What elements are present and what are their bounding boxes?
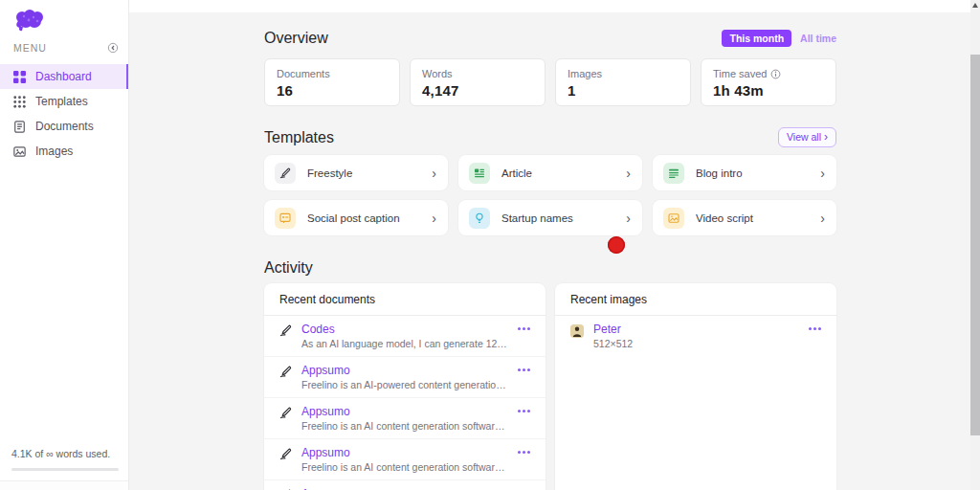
more-options-button[interactable]	[516, 364, 532, 376]
stat-value: 16	[277, 82, 388, 99]
chevron-right-icon	[820, 165, 825, 182]
recent-images-panel: Recent images Peter 512×512	[555, 283, 836, 490]
menu-toggle-icon[interactable]	[107, 42, 119, 54]
sidebar-item-documents[interactable]: Documents	[0, 114, 128, 139]
templates-dots-icon	[13, 96, 26, 108]
info-icon[interactable]	[770, 69, 781, 79]
document-description: Freelino is an AI-powered content genera…	[301, 379, 510, 391]
sidebar-item-label: Templates	[35, 95, 88, 108]
lightbulb-icon	[469, 208, 490, 229]
recent-images-title: Recent images	[555, 283, 836, 316]
template-card-label: Freestyle	[307, 167, 432, 179]
view-all-label: View all	[787, 131, 821, 143]
filter-all-time-button[interactable]: All time	[800, 33, 836, 44]
document-title-link: Appsumo	[301, 405, 510, 418]
template-card-label: Social post caption	[307, 212, 432, 224]
scrollbar-up-arrow[interactable]	[972, 3, 978, 8]
scrollbar-thumb[interactable]	[970, 55, 980, 435]
more-options-button[interactable]	[807, 323, 823, 335]
template-card-social-post-caption[interactable]: Social post caption	[264, 200, 448, 235]
recent-documents-title: Recent documents	[264, 283, 546, 316]
blog-lines-icon	[663, 163, 684, 184]
sidebar-item-label: Images	[35, 145, 73, 158]
image-thumbnail	[570, 324, 584, 338]
more-options-button[interactable]	[516, 405, 532, 417]
image-row[interactable]: Peter 512×512	[555, 316, 836, 356]
stat-label: Images	[568, 68, 679, 79]
dashboard-grid-icon	[13, 71, 26, 83]
chevron-right-icon	[432, 210, 436, 227]
activity-header: Activity	[264, 259, 836, 277]
document-title-link: Codes	[301, 323, 510, 336]
pen-icon	[279, 366, 292, 378]
sidebar-nav: Dashboard Templates Documents Images	[0, 64, 128, 164]
more-options-button[interactable]	[516, 323, 532, 335]
document-description: Freelino is an AI content generation sof…	[301, 420, 510, 433]
images-icon	[13, 145, 26, 158]
sidebar-item-dashboard[interactable]: Dashboard	[0, 64, 128, 89]
view-all-button[interactable]: View all	[778, 127, 836, 147]
documents-icon	[13, 121, 26, 133]
sidebar-item-label: Dashboard	[35, 70, 92, 83]
brain-logo-icon	[12, 9, 47, 34]
document-description: Freelino is an AI content generation sof…	[301, 461, 510, 474]
document-row[interactable]: Appsumo Freelino is an AI content genera…	[264, 398, 546, 439]
stat-card-time-saved: Time saved 1h 43m	[701, 58, 836, 106]
menu-label: MENU	[13, 42, 47, 54]
image-size: 512×512	[593, 338, 801, 350]
document-title-link: Appsumo	[301, 446, 510, 459]
template-grid: Freestyle Article Blog intro	[264, 155, 836, 235]
words-usage-text: 4.1K of ∞ words used.	[11, 448, 110, 459]
activity-title: Activity	[264, 259, 313, 277]
words-usage-progressbar	[11, 468, 119, 471]
stat-card-words: Words 4,147	[410, 58, 546, 106]
stat-label: Time saved	[713, 68, 767, 79]
stat-card-images: Images 1	[555, 58, 691, 106]
stat-value: 1h 43m	[713, 82, 824, 99]
template-card-label: Startup names	[501, 212, 626, 224]
sidebar-item-images[interactable]: Images	[0, 139, 128, 164]
template-card-startup-names[interactable]: Startup names	[458, 200, 642, 235]
pen-icon	[279, 448, 292, 460]
app-window: MENU Dashboard Templates	[0, 0, 980, 490]
click-indicator-dot	[608, 236, 625, 254]
templates-title: Templates	[264, 129, 334, 146]
document-row[interactable]: Appsumo Introducing Freelino - an AI con…	[264, 480, 546, 490]
template-card-label: Article	[501, 167, 626, 179]
template-card-video-script[interactable]: Video script	[653, 200, 836, 235]
recent-documents-panel: Recent documents Codes As an AI language…	[264, 283, 546, 490]
document-row[interactable]: Appsumo Freelino is an AI-powered conten…	[264, 357, 546, 398]
document-row[interactable]: Appsumo Freelino is an AI content genera…	[264, 439, 546, 480]
more-options-button[interactable]	[516, 446, 532, 458]
stat-card-documents: Documents 16	[264, 58, 400, 106]
stat-value: 1	[568, 82, 679, 99]
chevron-right-icon	[824, 130, 828, 144]
template-card-freestyle[interactable]: Freestyle	[264, 155, 448, 190]
chevron-right-icon	[626, 165, 631, 182]
vertical-scrollbar[interactable]	[970, 0, 980, 490]
template-card-label: Blog intro	[696, 167, 820, 179]
overview-title: Overview	[264, 30, 328, 47]
sidebar-footer	[0, 480, 128, 490]
stat-value: 4,147	[422, 82, 533, 99]
chevron-right-icon	[820, 210, 825, 227]
pen-icon	[279, 324, 292, 337]
document-description: As an AI language model, I can generate …	[301, 338, 510, 350]
sidebar: MENU Dashboard Templates	[0, 0, 129, 490]
template-card-label: Video script	[696, 212, 820, 224]
video-image-icon	[663, 208, 684, 229]
overview-header: Overview This month All time	[264, 30, 836, 47]
sidebar-item-templates[interactable]: Templates	[0, 89, 128, 114]
template-card-article[interactable]: Article	[458, 155, 642, 190]
topbar	[129, 0, 970, 12]
filter-this-month-button[interactable]: This month	[722, 30, 791, 47]
document-row[interactable]: Codes As an AI language model, I can gen…	[264, 316, 546, 357]
image-title-link: Peter	[593, 323, 801, 336]
sidebar-item-label: Documents	[35, 120, 94, 133]
template-card-blog-intro[interactable]: Blog intro	[653, 155, 836, 190]
stat-label: Words	[422, 68, 533, 79]
stats-row: Documents 16 Words 4,147 Images 1 Time s…	[264, 58, 836, 106]
chevron-right-icon	[626, 210, 631, 227]
stat-label: Documents	[277, 68, 388, 79]
templates-header: Templates View all	[264, 127, 836, 147]
